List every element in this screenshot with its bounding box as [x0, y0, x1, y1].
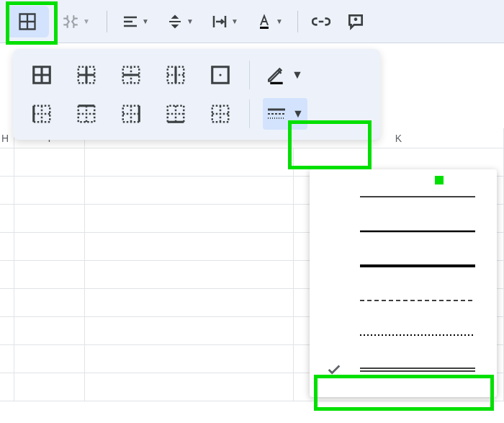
toolbar: ▼ ▼ ▼ ▼ ▼: [0, 0, 504, 43]
svg-rect-2: [270, 82, 282, 84]
text-color-icon: [256, 13, 273, 30]
align-left-icon: [122, 13, 139, 30]
border-left-button[interactable]: [26, 98, 58, 130]
v-align-button[interactable]: ▼: [159, 6, 201, 37]
chevron-down-icon: ▼: [276, 17, 283, 25]
wrap-button[interactable]: ▼: [204, 6, 246, 37]
text-color-button[interactable]: ▼: [248, 6, 290, 37]
svg-rect-0: [260, 27, 269, 29]
border-outer-button[interactable]: [204, 59, 236, 91]
border-right-button[interactable]: [115, 98, 147, 130]
style-thick[interactable]: [310, 249, 497, 283]
col-header-h[interactable]: H: [0, 128, 14, 148]
chevron-down-icon: ▼: [231, 17, 238, 25]
borders-icon: [17, 12, 37, 32]
style-dotted[interactable]: [310, 318, 497, 352]
chevron-down-icon: ▼: [83, 17, 90, 25]
annotation-dot: [435, 176, 444, 184]
border-vertical-button[interactable]: [160, 59, 192, 91]
chevron-down-icon: ▼: [142, 17, 149, 25]
border-horizontal-button[interactable]: [115, 59, 147, 91]
comment-icon: [346, 12, 365, 31]
border-style-menu: [310, 169, 497, 397]
separator: [107, 11, 107, 32]
svg-point-1: [219, 74, 221, 76]
style-thin[interactable]: [310, 179, 497, 214]
border-color-button[interactable]: ▼: [263, 59, 307, 91]
borders-popup: ▼ ▼: [13, 49, 380, 140]
border-style-button[interactable]: ▼: [263, 98, 307, 130]
style-double[interactable]: [310, 352, 497, 387]
check-icon: [326, 362, 342, 378]
border-clear-button[interactable]: [204, 98, 236, 130]
v-align-icon: [166, 13, 184, 30]
link-button[interactable]: [305, 6, 337, 37]
link-icon: [312, 12, 330, 31]
borders-toolbar-button[interactable]: [6, 6, 49, 37]
chevron-down-icon: ▼: [186, 17, 194, 25]
border-top-button[interactable]: [71, 98, 102, 130]
wrap-icon: [211, 13, 228, 30]
style-medium[interactable]: [310, 214, 497, 249]
comment-button[interactable]: [340, 6, 372, 37]
merge-button[interactable]: ▼: [52, 6, 99, 37]
separator: [297, 11, 298, 32]
merge-icon: [61, 12, 80, 31]
style-dashed[interactable]: [310, 283, 497, 318]
border-bottom-button[interactable]: [160, 98, 192, 130]
border-inner-button[interactable]: [71, 59, 102, 91]
h-align-button[interactable]: ▼: [114, 6, 156, 37]
border-all-button[interactable]: [26, 59, 58, 91]
